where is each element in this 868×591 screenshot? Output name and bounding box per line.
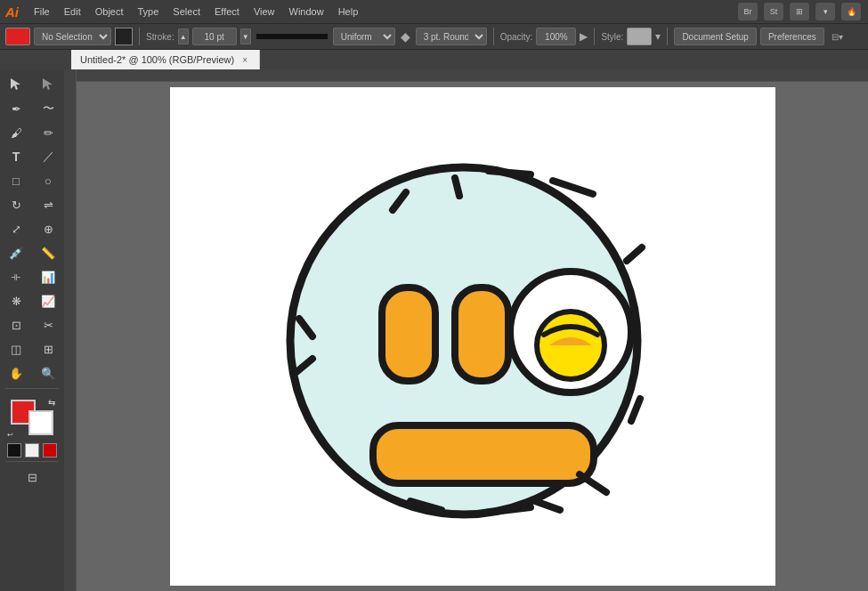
slice-tool[interactable]: ✂: [32, 313, 64, 336]
puppet-tool[interactable]: ⊕: [32, 217, 64, 240]
hand-tool[interactable]: ✋: [0, 361, 32, 385]
measure-tool[interactable]: 📏: [32, 241, 64, 264]
stock-icon[interactable]: St: [764, 3, 783, 20]
gradient-tool[interactable]: ◫: [0, 337, 32, 360]
bridge-icon[interactable]: Br: [738, 3, 758, 20]
svg-line-5: [489, 171, 531, 174]
paintbrush-tool[interactable]: 🖌: [0, 121, 32, 144]
tool-row-2: ✒ 〜: [0, 97, 64, 120]
divider-3: [594, 28, 595, 45]
canvas-document[interactable]: [170, 87, 775, 586]
opacity-label: Opacity:: [500, 32, 533, 42]
main-area: ✒ 〜 🖌 ✏ T ／ □ ○ ↻ ⇌ ⤢ ⊕ 💉 📏 ⟛ 📊: [0, 69, 868, 591]
menu-help[interactable]: Help: [332, 4, 365, 19]
selection-dropdown[interactable]: No Selection: [34, 28, 111, 45]
reset-colors-icon[interactable]: ↩: [7, 431, 13, 439]
menu-type[interactable]: Type: [132, 4, 166, 19]
stroke-up-arrow[interactable]: ▲: [178, 28, 189, 45]
stroke-down-arrow[interactable]: ▼: [240, 28, 251, 45]
svg-rect-17: [373, 425, 594, 483]
tool-row-4: T ／: [0, 145, 64, 168]
doc-setup-button[interactable]: Document Setup: [674, 28, 757, 45]
document-tab[interactable]: Untitled-2* @ 100% (RGB/Preview) ×: [71, 50, 260, 69]
menu-effect[interactable]: Effect: [208, 4, 246, 19]
stroke-style-select[interactable]: Uniform: [333, 28, 395, 45]
pencil-tool[interactable]: ✏: [32, 121, 64, 144]
svg-line-7: [627, 247, 642, 261]
swatch-black[interactable]: [7, 443, 21, 457]
tab-close-button[interactable]: ×: [239, 54, 250, 65]
tool-row-3: 🖌 ✏: [0, 121, 64, 144]
options-bar: No Selection Stroke: ▲ ▼ Uniform ◆ 3 pt.…: [0, 23, 868, 50]
app-icons-group: Br St ⊞ ▾ 🔥: [736, 3, 863, 20]
divider-2: [493, 28, 494, 45]
fill-color-swatch[interactable]: [5, 28, 30, 45]
eyedropper-tool[interactable]: 💉: [0, 241, 32, 264]
blend-tool[interactable]: ⟛: [0, 265, 32, 288]
menu-view[interactable]: View: [247, 4, 281, 19]
preferences-button[interactable]: Preferences: [760, 28, 824, 45]
background-color[interactable]: [28, 410, 53, 435]
scale-tool[interactable]: ⤢: [0, 217, 32, 240]
line-tool[interactable]: ／: [32, 145, 64, 168]
rotate-tool[interactable]: ↻: [0, 193, 32, 216]
tool-separator-2: [5, 461, 59, 462]
opacity-input[interactable]: [536, 28, 576, 45]
menu-window[interactable]: Window: [283, 4, 330, 19]
tool-row-6: ↻ ⇌: [0, 193, 64, 216]
round-select[interactable]: 3 pt. Round: [416, 28, 487, 45]
dropdown-icon[interactable]: ▾: [815, 3, 835, 20]
grid-icon[interactable]: ⊞: [790, 3, 809, 20]
freehand-tool[interactable]: 〜: [32, 97, 64, 120]
diamond-icon: ◆: [401, 29, 410, 44]
svg-line-8: [631, 399, 640, 421]
style-swatch[interactable]: [627, 28, 652, 45]
tool-row-13: ✋ 🔍: [0, 361, 64, 385]
artboard-tool[interactable]: ⊡: [0, 313, 32, 336]
stroke-input[interactable]: [192, 28, 237, 45]
column-graph-tool[interactable]: 📊: [32, 265, 64, 288]
tool-row-8: 💉 📏: [0, 241, 64, 264]
canvas-area[interactable]: [64, 69, 868, 591]
panel-toggle-btn[interactable]: ⊟: [16, 466, 48, 489]
ellipse-tool[interactable]: ○: [32, 169, 64, 192]
svg-marker-0: [11, 78, 20, 90]
artwork-canvas: [268, 132, 677, 541]
direct-select-tool[interactable]: [32, 73, 64, 96]
divider-1: [139, 28, 140, 45]
graph-tool[interactable]: 📈: [32, 289, 64, 312]
arrange-icon[interactable]: ⊟▾: [831, 32, 843, 42]
menu-object[interactable]: Object: [89, 4, 130, 19]
flame-icon[interactable]: 🔥: [841, 3, 861, 20]
menu-file[interactable]: File: [28, 4, 56, 19]
app-logo: Ai: [5, 4, 19, 20]
swatch-white[interactable]: [25, 443, 39, 457]
type-tool[interactable]: T: [0, 145, 32, 168]
pen-tool[interactable]: ✒: [0, 97, 32, 120]
swatch-red[interactable]: [43, 443, 57, 457]
style-dropdown-icon[interactable]: ▾: [655, 30, 661, 43]
tool-separator-1: [5, 388, 59, 389]
symbol-tool[interactable]: ❋: [0, 289, 32, 312]
panel-toggle-row: ⊟: [0, 466, 64, 489]
menu-edit[interactable]: Edit: [58, 4, 87, 19]
zoom-tool[interactable]: 🔍: [32, 361, 64, 385]
svg-marker-1: [43, 78, 53, 90]
stroke-swatch[interactable]: [115, 28, 133, 45]
tool-row-11: ⊡ ✂: [0, 313, 64, 336]
swap-colors-icon[interactable]: ⇆: [48, 398, 55, 408]
mesh-tool[interactable]: ⊞: [32, 337, 64, 360]
svg-rect-14: [455, 287, 508, 381]
svg-line-4: [455, 178, 459, 196]
reflect-tool[interactable]: ⇌: [32, 193, 64, 216]
opacity-more-btn[interactable]: ▶: [580, 30, 588, 43]
style-label: Style:: [601, 32, 623, 42]
tool-row-1: [0, 73, 64, 96]
selection-tool[interactable]: [0, 73, 32, 96]
rect-tool[interactable]: □: [0, 169, 32, 192]
svg-line-18: [580, 474, 606, 492]
emoji-svg: [268, 132, 677, 541]
tab-title: Untitled-2* @ 100% (RGB/Preview): [80, 54, 234, 65]
color-boxes: ⇆ ↩: [5, 396, 59, 441]
menu-select[interactable]: Select: [166, 4, 207, 19]
